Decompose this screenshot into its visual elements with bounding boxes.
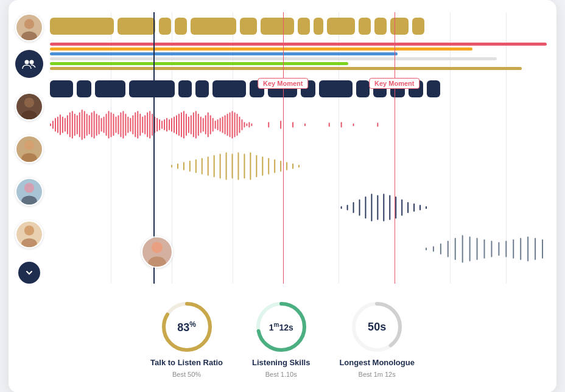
svg-rect-93: [234, 113, 236, 138]
svg-rect-104: [304, 124, 306, 127]
svg-rect-124: [262, 156, 263, 176]
svg-rect-109: [171, 165, 172, 168]
svg-rect-112: [189, 161, 191, 172]
svg-rect-21: [60, 114, 61, 135]
svg-rect-48: [125, 114, 126, 136]
svg-rect-51: [132, 115, 133, 135]
svg-rect-143: [413, 203, 415, 212]
svg-rect-84: [212, 118, 214, 132]
svg-rect-98: [246, 124, 247, 127]
svg-rect-148: [440, 243, 441, 254]
svg-rect-45: [118, 115, 119, 135]
svg-rect-41: [108, 111, 110, 138]
svg-rect-102: [280, 121, 281, 129]
svg-rect-89: [225, 115, 226, 135]
main-card: Key Moment Key Moment: [9, 0, 556, 392]
svg-rect-138: [383, 194, 384, 221]
svg-rect-75: [191, 115, 192, 135]
avatar-person4: [15, 178, 43, 206]
svg-rect-122: [250, 152, 251, 180]
svg-rect-150: [455, 238, 456, 260]
svg-rect-91: [230, 113, 231, 138]
gold-block: [374, 18, 387, 35]
svg-rect-153: [477, 238, 478, 260]
svg-rect-47: [122, 111, 124, 138]
dark-block: [50, 80, 73, 97]
stat-circle-talk-listen: 83%: [160, 299, 214, 354]
svg-rect-154: [484, 239, 485, 259]
svg-point-6: [24, 97, 34, 107]
svg-rect-107: [353, 124, 354, 127]
svg-rect-81: [205, 115, 206, 135]
svg-rect-88: [222, 116, 223, 133]
svg-rect-132: [347, 205, 348, 210]
stat-listening: 1m12s Listening Skills Best 1.10s: [252, 299, 310, 378]
svg-rect-113: [195, 159, 197, 173]
svg-rect-130: [298, 165, 300, 168]
svg-rect-69: [176, 115, 177, 135]
svg-rect-38: [101, 118, 102, 132]
svg-rect-67: [171, 118, 172, 132]
svg-point-15: [24, 225, 34, 235]
gold-block: [359, 18, 371, 35]
svg-rect-136: [371, 194, 372, 221]
svg-rect-79: [200, 116, 202, 133]
dark-block: [77, 80, 91, 97]
key-moment-label-1: Key Moment: [258, 78, 308, 89]
svg-rect-44: [115, 116, 116, 133]
stat-circle-listening: 1m12s: [254, 299, 309, 354]
svg-rect-129: [292, 163, 293, 169]
svg-rect-156: [498, 242, 499, 256]
avatar-person5: [15, 220, 43, 248]
svg-rect-32: [86, 114, 88, 136]
key-moment-marker-1: [283, 12, 284, 284]
svg-rect-20: [57, 116, 58, 133]
svg-rect-121: [244, 154, 245, 179]
dark-block: [178, 80, 192, 97]
stat-label-monologue: Longest Monologue: [339, 358, 414, 367]
svg-rect-43: [113, 114, 114, 136]
waveform-row-1: generate waveform: [50, 104, 547, 145]
svg-rect-162: [542, 239, 543, 259]
stat-sublabel-monologue: Best 1m 12s: [359, 371, 396, 378]
svg-rect-159: [520, 238, 521, 260]
timeline-main: Key Moment Key Moment: [50, 12, 556, 284]
svg-rect-37: [99, 115, 100, 135]
svg-rect-114: [202, 158, 203, 174]
svg-rect-152: [469, 237, 471, 262]
svg-rect-97: [244, 122, 245, 127]
gold-blocks-row: [50, 12, 547, 40]
stat-value-listening: 1m12s: [269, 321, 293, 332]
svg-rect-110: [177, 163, 178, 169]
svg-rect-161: [535, 238, 536, 260]
stat-talk-listen: 83% Talk to Listen Ratio Best 50%: [150, 299, 223, 378]
svg-rect-30: [82, 110, 83, 140]
gold-block: [412, 18, 424, 35]
dark-block: [129, 80, 175, 97]
stat-value-monologue: 50s: [368, 321, 386, 334]
svg-rect-128: [286, 162, 287, 170]
svg-point-164: [152, 242, 163, 253]
avatar-overlay-person6: [141, 236, 173, 268]
svg-rect-46: [120, 113, 121, 138]
svg-rect-66: [169, 119, 170, 130]
svg-rect-36: [96, 114, 97, 136]
avatar-person3: [15, 135, 43, 163]
stat-unit: %: [189, 320, 196, 329]
svg-rect-147: [433, 246, 434, 251]
scroll-down-button[interactable]: [18, 262, 40, 284]
svg-rect-56: [144, 115, 146, 135]
svg-rect-59: [152, 114, 153, 136]
svg-rect-25: [69, 113, 71, 138]
svg-rect-70: [178, 114, 180, 136]
svg-rect-17: [50, 124, 51, 127]
svg-rect-78: [198, 114, 199, 136]
gold-block: [314, 18, 323, 35]
avatar-person2: [15, 93, 43, 121]
svg-rect-139: [389, 195, 390, 220]
stats-footer: 83% Talk to Listen Ratio Best 50% 1m12s …: [9, 290, 556, 392]
svg-rect-87: [220, 118, 221, 132]
svg-rect-155: [491, 240, 492, 257]
stat-value-talk-listen: 83%: [177, 320, 196, 334]
svg-rect-94: [236, 114, 237, 136]
